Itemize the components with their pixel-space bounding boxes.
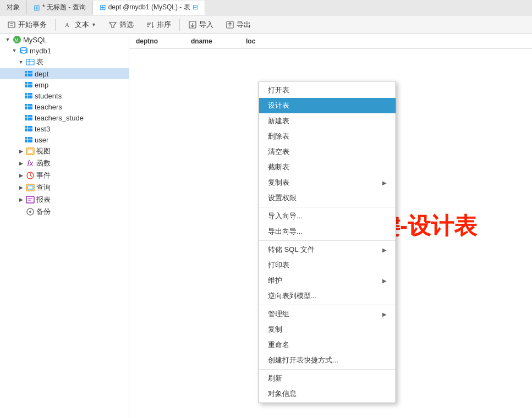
views-expand-arrow: ▶ <box>18 148 24 155</box>
menu-truncate-table-label: 截断表 <box>268 162 289 172</box>
context-menu: 打开表 设计表 新建表 删除表 清空表 截断表 复制表 <box>259 81 396 403</box>
reports-label: 报表 <box>36 195 51 205</box>
query-icon: ⊞ <box>34 3 40 12</box>
text-icon: A <box>64 20 73 29</box>
menu-copy2[interactable]: 复制 <box>259 322 396 337</box>
menu-divider-3 <box>259 305 396 305</box>
menu-maintenance-label: 维护 <box>268 276 282 285</box>
sidebar-item-test3[interactable]: test3 <box>0 123 129 134</box>
sidebar-item-emp[interactable]: emp <box>0 79 129 90</box>
menu-manage-group-label: 管理组 <box>268 309 289 319</box>
svg-text:A: A <box>65 21 69 28</box>
menu-divider-2 <box>259 240 396 241</box>
menu-import-wizard[interactable]: 导入向导... <box>259 208 396 224</box>
table-tab-icon: ⊞ <box>100 3 106 12</box>
export-label: 导出 <box>237 20 251 30</box>
svg-rect-35 <box>25 126 32 131</box>
menu-new-table[interactable]: 新建表 <box>259 113 396 129</box>
menu-set-permissions-label: 设置权限 <box>268 193 297 203</box>
content-area: deptno dname loc 右键-设计表 打开表 设计表 新建表 删除表 <box>129 34 532 418</box>
menu-set-permissions[interactable]: 设置权限 <box>259 190 396 206</box>
divider-2 <box>179 19 180 31</box>
menu-create-shortcut-label: 创建打开表快捷方式... <box>268 355 338 365</box>
sidebar-item-dept[interactable]: dept <box>0 68 129 79</box>
menu-clear-table-label: 清空表 <box>268 147 289 157</box>
menu-copy-table[interactable]: 复制表 ▶ <box>259 175 396 190</box>
sidebar-item-teachers[interactable]: teachers <box>0 101 129 112</box>
menu-delete-table[interactable]: 删除表 <box>259 129 396 144</box>
menu-divider-1 <box>259 207 396 207</box>
menu-maintenance[interactable]: 维护 ▶ <box>259 273 396 288</box>
menu-export-wizard[interactable]: 导出向导... <box>259 224 396 239</box>
menu-copy-table-label: 复制表 <box>268 178 289 188</box>
import-icon <box>188 20 197 29</box>
menu-manage-group[interactable]: 管理组 ▶ <box>259 306 396 322</box>
filter-button[interactable]: 筛选 <box>103 18 139 32</box>
table-emp-label: emp <box>35 81 48 89</box>
menu-open-table[interactable]: 打开表 <box>259 82 396 98</box>
reports-expand-arrow: ▶ <box>18 196 24 203</box>
sidebar-item-user[interactable]: user <box>0 134 129 145</box>
tables-expand-arrow: ▼ <box>18 59 24 65</box>
sidebar-item-students[interactable]: students <box>0 90 129 101</box>
svg-rect-26 <box>25 93 32 98</box>
menu-design-table-label: 设计表 <box>268 101 289 111</box>
backup-label: 备份 <box>36 207 51 217</box>
sidebar-item-mydb1[interactable]: ▼ mydb1 <box>0 45 129 56</box>
menu-open-table-label: 打开表 <box>268 85 289 95</box>
menu-truncate-table[interactable]: 截断表 <box>259 160 396 175</box>
backup-icon <box>26 207 35 216</box>
sidebar-item-tables-group[interactable]: ▼ 表 <box>0 56 129 68</box>
svg-text:M: M <box>14 37 19 43</box>
import-button[interactable]: 导入 <box>183 18 218 32</box>
events-label: 事件 <box>36 170 51 180</box>
sidebar-item-queries[interactable]: ▶ 查询 <box>0 182 129 194</box>
svg-line-45 <box>30 175 32 177</box>
filter-icon <box>108 20 117 29</box>
menu-transfer-sql[interactable]: 转储 SQL 文件 ▶ <box>259 242 396 257</box>
menu-refresh[interactable]: 刷新 <box>259 371 396 386</box>
menu-divider-4 <box>259 369 396 370</box>
table-emp-icon <box>24 80 33 89</box>
tab-dept-table[interactable]: ⊞ dept @mydb1 (MySQL) - 表 ⊟ <box>93 1 205 15</box>
tab-object[interactable]: 对象 <box>0 1 27 14</box>
table-user-icon <box>24 135 33 144</box>
filter-label: 筛选 <box>119 20 134 30</box>
export-button[interactable]: 导出 <box>221 18 256 32</box>
text-dropdown-arrow: ▼ <box>91 22 96 28</box>
sidebar-item-teachers-stude[interactable]: teachers_stude <box>0 112 129 123</box>
menu-rename[interactable]: 重命名 <box>259 337 396 353</box>
sidebar: ▼ M MySQL ▼ <box>0 34 129 418</box>
menu-reverse-model[interactable]: 逆向表到模型... <box>259 288 396 304</box>
sidebar-item-mysql[interactable]: ▼ M MySQL <box>0 34 129 45</box>
svg-point-14 <box>20 48 27 51</box>
functions-icon: fx <box>26 159 35 168</box>
sidebar-item-functions[interactable]: ▶ fx 函数 <box>0 157 129 169</box>
col-dname: dname <box>189 36 244 46</box>
menu-print-table[interactable]: 打印表 <box>259 257 396 273</box>
queries-expand-arrow: ▶ <box>18 184 24 191</box>
table-test3-icon <box>24 124 33 133</box>
text-button[interactable]: A 文本 ▼ <box>59 18 101 32</box>
menu-object-info[interactable]: 对象信息 <box>259 386 396 402</box>
tab-query[interactable]: ⊞ * 无标题 - 查询 <box>27 1 93 14</box>
tab-dept-label: dept @mydb1 (MySQL) - 表 <box>108 3 190 12</box>
tables-group-label: 表 <box>36 57 43 67</box>
menu-clear-table[interactable]: 清空表 <box>259 144 396 160</box>
begin-transaction-button[interactable]: 开始事务 <box>2 18 52 32</box>
sidebar-item-backup[interactable]: 备份 <box>0 206 129 218</box>
table-students-label: students <box>35 92 62 100</box>
sidebar-item-events[interactable]: ▶ 事件 <box>0 169 129 182</box>
svg-rect-0 <box>8 22 15 28</box>
table-teachers-icon <box>24 102 33 111</box>
menu-design-table[interactable]: 设计表 <box>259 98 396 113</box>
queries-icon <box>26 183 35 192</box>
tab-object-label: 对象 <box>7 3 20 12</box>
sidebar-item-views[interactable]: ▶ 视图 <box>0 145 129 157</box>
sidebar-item-reports[interactable]: ▶ 报表 <box>0 194 129 206</box>
menu-object-info-label: 对象信息 <box>268 389 297 399</box>
menu-create-shortcut[interactable]: 创建打开表快捷方式... <box>259 353 396 368</box>
mysql-icon: M <box>13 35 21 44</box>
functions-label: 函数 <box>36 158 51 168</box>
sort-button[interactable]: 排序 <box>141 18 176 32</box>
